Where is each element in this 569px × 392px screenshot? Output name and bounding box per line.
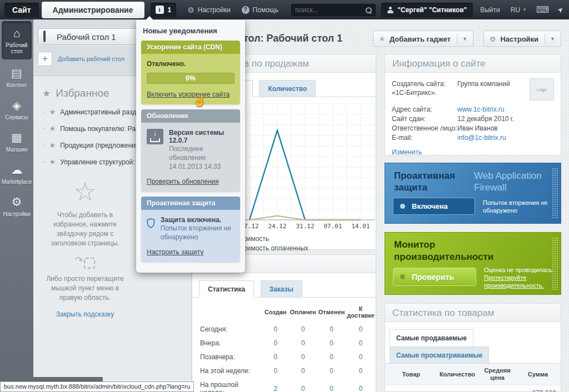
topbar-settings-label: Настройки	[198, 6, 231, 14]
status-dot-icon	[400, 204, 405, 209]
enable-cdn-link[interactable]: Включить ускорение сайта	[147, 91, 229, 98]
topbar-settings-button[interactable]: ⚙ Настройки	[187, 6, 230, 14]
performance-test-link[interactable]: Протестируйте производительность.	[484, 274, 544, 289]
check-updates-link[interactable]: Проверить обновления	[147, 178, 219, 185]
performance-check-button[interactable]: Проверить	[393, 268, 476, 286]
protection-status-button[interactable]: Включена	[393, 198, 475, 215]
drag-icon: ↷	[33, 257, 137, 269]
search-input[interactable]	[295, 6, 365, 14]
products-statistics-widget: Статистика по товарам Самые продаваемые …	[385, 303, 561, 392]
order-count-link[interactable]: 0	[289, 364, 317, 378]
info-label: Сайт сдан:	[392, 114, 457, 123]
row-label: Вчера:	[192, 336, 262, 350]
user-button[interactable]: "Сергей" "Ситников"	[381, 3, 473, 17]
topbar-help-label: Помощь	[253, 6, 278, 14]
performance-title: Монитор производительности	[394, 239, 527, 263]
sidebar-item-desktop[interactable]: ⌂ Рабочий стол	[2, 21, 32, 59]
sidebar-item-label: Контент	[0, 82, 33, 88]
tab-admin[interactable]: Администрирование	[42, 2, 144, 18]
order-count-link[interactable]: 0	[289, 336, 317, 350]
tab-site[interactable]: Сайт	[4, 3, 39, 17]
add-desktop-link[interactable]: Добавить рабочий стол	[58, 56, 124, 62]
order-count-link[interactable]: 0	[346, 336, 376, 350]
order-count-link[interactable]: 0	[289, 350, 317, 364]
svg-text:07.01: 07.01	[323, 223, 342, 230]
shield-icon	[147, 216, 155, 230]
product-sum: 270 000 руб	[517, 385, 561, 392]
order-count-link[interactable]: 0	[317, 378, 346, 392]
order-count-link[interactable]: 0	[317, 322, 346, 336]
order-count-link[interactable]: 2	[262, 378, 289, 392]
order-count-link[interactable]: 0	[317, 336, 346, 350]
order-count-link[interactable]: 0	[346, 350, 376, 364]
sidebar-item-marketplace[interactable]: ☁ Marketplace	[0, 158, 33, 190]
email-link[interactable]: info@1c-bitrix.ru	[457, 134, 506, 142]
order-count-link[interactable]: 0	[289, 378, 317, 392]
document-icon: ▤	[0, 67, 33, 80]
protection-title-line1: Проактивная	[394, 170, 455, 181]
proactive-protection-widget: Проактивная защита Web Application Firew…	[385, 163, 561, 224]
dashboard-settings-label: Настройки	[500, 35, 538, 43]
order-count-link[interactable]: 0	[289, 322, 317, 336]
order-count-link[interactable]: 0	[317, 364, 346, 378]
notifications-count: 1	[168, 6, 172, 14]
row-label: Сегодня:	[192, 322, 262, 336]
table-row: Вчера: 0 0 0 0	[192, 336, 376, 350]
info-label: E-mail:	[392, 133, 457, 142]
site-url-link[interactable]: www.1c-bitrix.ru	[457, 105, 505, 113]
order-count-link[interactable]: 0	[346, 322, 376, 336]
order-count-link[interactable]: 0	[346, 378, 376, 392]
logout-link[interactable]: Выйти	[480, 6, 500, 14]
order-count-link[interactable]: 0	[317, 350, 346, 364]
edit-link[interactable]: Изменить	[392, 148, 422, 156]
info-row: Создатель сайта:Группа компаний «1С-Битр…	[392, 79, 520, 97]
site-info-body: Logo Создатель сайта:Группа компаний «1С…	[385, 73, 561, 157]
svg-text:14.01: 14.01	[351, 223, 370, 230]
column-header: Сумма	[517, 364, 561, 385]
dashboard-settings-button[interactable]: ⚙ Настройки ▼	[483, 31, 561, 47]
add-gadget-button[interactable]: ✳ Добавить гаджет ▼	[373, 31, 473, 47]
order-count-link[interactable]: 0	[262, 364, 289, 378]
sidebar-item-settings[interactable]: ⚙ Настройки	[0, 190, 33, 222]
language-select[interactable]: RU ▼	[511, 6, 527, 14]
tab-orders-statistics[interactable]: Статистика	[199, 280, 254, 298]
close-hint-link[interactable]: Закрыть подсказку	[56, 310, 114, 318]
status-url: bus.new.mysql.myth.bx:888/bitrix/admin/b…	[0, 381, 194, 392]
products-table-header: Товар Количество Средняя цена Сумма	[385, 364, 561, 385]
gear-icon: ⚙	[490, 35, 496, 43]
performance-note-text: Оценка не проводилась.	[484, 267, 554, 273]
hotkeys-icon[interactable]: ⌨	[536, 6, 549, 14]
product-avg-price: 54 000 руб	[477, 385, 517, 392]
sidebar-item-services[interactable]: ◈ Сервисы	[0, 93, 33, 125]
tab-orders-list[interactable]: Заказы	[261, 280, 302, 298]
tab-most-viewed[interactable]: Самые просматриваемые	[390, 346, 489, 364]
orders-table-header: Создан Оплачен Отменен К доставке	[192, 298, 376, 322]
configure-protection-link[interactable]: Настроить защиту	[147, 248, 203, 256]
pin-icon[interactable]: ➤	[555, 4, 565, 14]
performance-title-line2: производительности	[394, 252, 493, 262]
column-header: Товар	[385, 364, 437, 385]
tab-sales-quantity[interactable]: Количество	[259, 80, 316, 97]
search-icon[interactable]	[365, 7, 372, 13]
tab-best-selling[interactable]: Самые продаваемые	[390, 329, 473, 346]
sidebar-item-label: Сервисы	[0, 114, 33, 120]
basket-icon: ▦	[0, 131, 33, 144]
table-row: На этой неделе: 0 0 0 0	[192, 364, 376, 378]
sidebar-item-label: Marketplace	[0, 179, 33, 185]
order-count-link[interactable]: 0	[262, 350, 289, 364]
sidebar-item-shop[interactable]: ▦ Магазин	[0, 125, 33, 158]
plus-icon[interactable]: +	[38, 52, 52, 66]
sidebar-item-content[interactable]: ▤ Контент	[0, 61, 33, 93]
order-count-link[interactable]: 0	[346, 364, 376, 378]
gear-icon: ⚙	[0, 195, 33, 209]
topbar-help-button[interactable]: ? Помощь	[242, 6, 278, 14]
order-count-link[interactable]: 0	[262, 336, 289, 350]
last-update-date: 14.01.2013 14:33	[169, 162, 234, 171]
order-count-link[interactable]: 0	[262, 322, 289, 336]
chevron-down-icon[interactable]: ▼	[462, 36, 467, 42]
performance-monitor-widget: Монитор производительности Проверить Оце…	[385, 232, 561, 295]
divider	[545, 34, 545, 44]
download-icon: ↓	[147, 129, 163, 144]
chevron-down-icon[interactable]: ▼	[550, 36, 555, 42]
notifications-button[interactable]: i 1	[151, 3, 177, 17]
